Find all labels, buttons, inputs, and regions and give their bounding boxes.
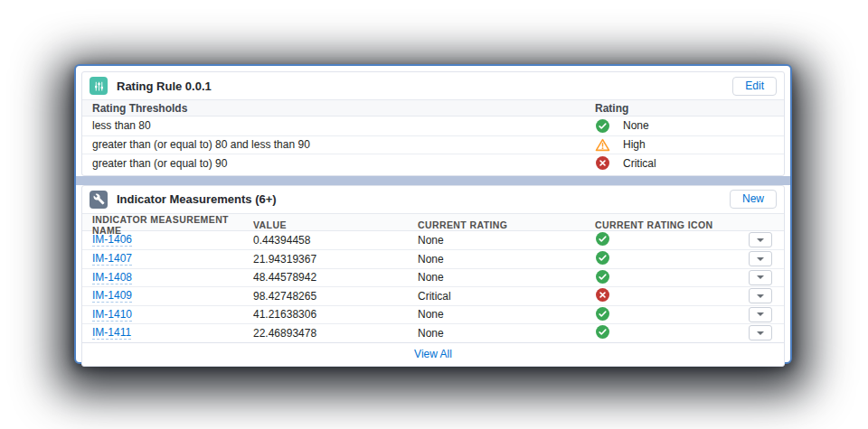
measurement-row: IM-1408 48.44578942 None [82, 268, 784, 287]
column-rating-thresholds: Rating Thresholds [92, 102, 595, 115]
measurement-name-link[interactable]: IM-1406 [92, 233, 132, 247]
edit-button[interactable]: Edit [732, 77, 777, 96]
measurement-value: 0.44394458 [253, 234, 418, 247]
rating-rule-card-header: Rating Rule 0.0.1 Edit [82, 72, 784, 99]
chevron-down-icon [757, 275, 764, 279]
current-rating: None [418, 253, 595, 266]
rating-rule-card: Rating Rule 0.0.1 Edit Rating Thresholds… [81, 71, 785, 176]
measurement-row: IM-1407 21.94319367 None [82, 249, 784, 268]
rating-status-icon [595, 325, 610, 340]
measurements-card-header: Indicator Measurements (6+) New [82, 186, 784, 213]
rating-status-icon [595, 288, 610, 303]
measurement-name-link[interactable]: IM-1408 [92, 271, 132, 284]
rating-label: Critical [623, 157, 656, 170]
rating-status-icon [595, 118, 610, 133]
current-rating: None [418, 234, 595, 247]
rating-status-icon [595, 232, 610, 247]
measurements-table-header: INDICATOR MEASUREMENT NAME VALUE CURRENT… [82, 213, 784, 231]
error-x-circle-icon [596, 156, 609, 170]
check-circle-icon [596, 119, 609, 133]
warning-triangle-icon [595, 138, 610, 152]
measurement-name-link[interactable]: IM-1411 [92, 326, 131, 340]
column-name: INDICATOR MEASUREMENT NAME [92, 214, 253, 236]
measurement-name-link[interactable]: IM-1409 [92, 289, 132, 303]
measurement-row: IM-1410 41.21638306 None [82, 305, 784, 324]
threshold-row: greater than (or equal to) 90 Critical [82, 154, 784, 173]
record-page-window: Rating Rule 0.0.1 Edit Rating Thresholds… [74, 64, 792, 364]
chevron-down-icon [757, 312, 764, 316]
row-actions-dropdown-button[interactable] [749, 232, 772, 247]
check-circle-icon [596, 325, 609, 339]
rating-status-icon [595, 251, 610, 266]
page-body: Rating Rule 0.0.1 Edit Rating Thresholds… [76, 66, 790, 362]
chevron-down-icon [757, 257, 764, 261]
threshold-row: greater than (or equal to) 80 and less t… [82, 135, 784, 154]
check-circle-icon [596, 251, 609, 265]
row-actions-dropdown-button[interactable] [749, 325, 772, 340]
column-current-rating-icon: CURRENT RATING ICON [595, 219, 748, 230]
view-all-link[interactable]: View All [414, 348, 452, 360]
rating-label: None [623, 119, 649, 132]
check-circle-icon [596, 270, 609, 284]
chevron-down-icon [757, 238, 764, 242]
column-rating: Rating [595, 102, 784, 115]
column-value: VALUE [253, 219, 418, 230]
indicator-measurements-card: Indicator Measurements (6+) New INDICATO… [81, 185, 785, 367]
current-rating: Critical [418, 290, 595, 303]
row-actions-dropdown-button[interactable] [749, 307, 772, 322]
rating-status-icon [595, 137, 610, 152]
measurement-name-link[interactable]: IM-1407 [92, 252, 132, 266]
measurement-value: 41.21638306 [253, 308, 418, 321]
card-gap-band [76, 176, 790, 185]
check-circle-icon [596, 232, 609, 246]
measurement-value: 48.44578942 [253, 271, 418, 284]
row-actions-dropdown-button[interactable] [749, 288, 772, 303]
row-actions-dropdown-button[interactable] [749, 251, 772, 266]
measurements-title: Indicator Measurements (6+) [117, 192, 277, 206]
current-rating: None [418, 271, 595, 284]
measurement-value: 22.46893478 [253, 327, 418, 340]
rating-rule-title: Rating Rule 0.0.1 [117, 79, 212, 93]
view-all-footer: View All [82, 342, 784, 366]
measurement-row: IM-1411 22.46893478 None [82, 323, 784, 342]
row-actions-dropdown-button[interactable] [749, 270, 772, 285]
current-rating: None [418, 308, 595, 321]
current-rating: None [418, 327, 595, 340]
thresholds-table-header: Rating Thresholds Rating [82, 99, 784, 117]
measurement-row: IM-1409 98.42748265 Critical [82, 286, 784, 305]
new-button[interactable]: New [730, 190, 777, 209]
check-circle-icon [596, 307, 609, 321]
rating-cell: Critical [595, 156, 784, 171]
chevron-down-icon [757, 331, 764, 335]
measurement-value: 21.94319367 [253, 253, 418, 266]
rating-status-icon [595, 269, 610, 284]
error-x-circle-icon [596, 288, 609, 302]
measurement-name-link[interactable]: IM-1410 [92, 308, 132, 322]
rating-cell: None [595, 118, 784, 133]
measurement-value: 98.42748265 [253, 290, 418, 303]
rating-cell: High [595, 137, 784, 152]
column-current-rating: CURRENT RATING [418, 219, 595, 230]
rating-status-icon [595, 306, 610, 321]
chevron-down-icon [757, 294, 764, 298]
threshold-text: greater than (or equal to) 80 and less t… [92, 138, 595, 151]
sliders-icon [90, 77, 108, 95]
threshold-text: less than 80 [92, 119, 595, 132]
wrench-icon [90, 191, 108, 209]
rating-label: High [623, 138, 646, 151]
rating-status-icon [595, 156, 610, 171]
threshold-text: greater than (or equal to) 90 [92, 157, 595, 170]
threshold-row: less than 80 None [82, 117, 784, 135]
